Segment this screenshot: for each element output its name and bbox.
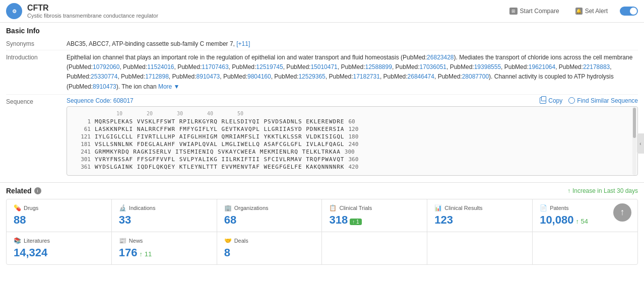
seq-end-num: 360 (348, 156, 358, 163)
stats-row-1: 💊 Drugs 88 🔬 Indications 33 🏢 Organizati… (7, 199, 637, 232)
deals-icon: 🤝 (224, 237, 232, 244)
sequence-box[interactable]: 10 20 30 40 50 1 MQRSPLEKAS VVSKLFFSWT R… (67, 106, 638, 176)
stats-empty-2 (427, 232, 533, 264)
pubmed-19398555[interactable]: 19398555 (474, 63, 501, 70)
seq-chars: MQRSPLEKAS VVSKLFFSWT RPILRKGYRQ RLELSDI… (95, 118, 344, 125)
pubmed-12519745[interactable]: 12519745 (256, 63, 283, 70)
seq-chars: LASKKNPKLI NALRRCFFWR FMFYGIFLYL GEVTKAV… (95, 126, 344, 132)
stat-literatures-label: 📚 Literatures (14, 237, 104, 244)
seq-line: 181 VSLLSNNLNK FDEGLALAHF VWIAPLQVAL LMG… (72, 141, 632, 148)
stat-drugs-label: 💊 Drugs (14, 204, 104, 211)
stat-deals[interactable]: 🤝 Deals 8 (217, 232, 323, 264)
logo-icon: ⚙ (6, 3, 22, 19)
pubmed-8910473[interactable]: 8910473 (197, 73, 220, 80)
seq-num: 301 (72, 156, 95, 163)
synonyms-content: ABC35, ABCC7, ATP-binding cassette sub-f… (67, 40, 638, 47)
stats-container: ↑ 💊 Drugs 88 🔬 Indications 33 🏢 (6, 199, 638, 265)
related-header: Related i ↑ Increase in Last 30 days (6, 187, 638, 195)
stat-deals-label: 🤝 Deals (224, 237, 315, 244)
scroll-up-button[interactable]: ↑ (613, 203, 631, 222)
pubmed-12529365[interactable]: 12529365 (298, 73, 325, 80)
pubmed-19621064[interactable]: 19621064 (529, 63, 555, 70)
clinical-trials-badge: ↑ 1 (350, 219, 361, 225)
stat-indications[interactable]: 🔬 Indications 33 (112, 199, 217, 232)
pubmed-28087700[interactable]: 28087700 (462, 73, 489, 80)
patents-icon: 📄 (540, 204, 547, 211)
stat-organizations-value: 68 (224, 213, 315, 227)
seq-end-num: 420 (348, 164, 358, 170)
scrollbar-thumb[interactable] (633, 108, 636, 138)
intro-more-link[interactable]: More ▼ (158, 83, 180, 90)
increase-text: Increase in Last 30 days (572, 187, 638, 194)
seq-chars: VSLLSNNLNK FDEGLALAHF VWIAPLQVAL LMGLIWE… (95, 141, 344, 148)
copy-button[interactable]: Copy (540, 97, 562, 104)
news-icon: 📰 (119, 237, 126, 244)
info-icon[interactable]: i (34, 187, 41, 194)
stats-empty-3 (533, 232, 637, 264)
pubmed-17182731[interactable]: 17182731 (353, 73, 379, 80)
stat-literatures[interactable]: 📚 Literatures 14,324 (7, 232, 112, 264)
find-similar-button[interactable]: Find Similar Sequence (568, 97, 638, 104)
start-compare-button[interactable]: ⊞ Start Compare (505, 6, 563, 17)
stat-organizations[interactable]: 🏢 Organizations 68 (217, 199, 323, 232)
sequence-label: Sequence (6, 97, 67, 176)
stat-clinical-trials-value: 318 ↑ 1 (329, 213, 420, 227)
header-actions: ⊞ Start Compare 🔔 Set Alert (505, 6, 638, 17)
pubmed-10792060[interactable]: 10792060 (93, 63, 119, 70)
seq-ruler: 10 20 30 40 50 (97, 111, 632, 116)
pubmed-22178883[interactable]: 22178883 (583, 63, 610, 70)
stat-organizations-label: 🏢 Organizations (224, 204, 315, 211)
pubmed-25330774[interactable]: 25330774 (91, 73, 117, 80)
synonyms-more-link[interactable]: [+11] (236, 40, 250, 47)
introduction-row: Introduction Epithelial ion channel that… (6, 50, 638, 95)
set-alert-button[interactable]: 🔔 Set Alert (571, 6, 612, 17)
seq-line: 241 GRMMKYRDQ RAGKISERLV ITSEMIENIQ SVKA… (72, 149, 632, 155)
stats-row-2: 📚 Literatures 14,324 📰 News 176 ↑ 11 🤝 (7, 232, 637, 264)
header: ⚙ CFTR Cystic fibrosis transmembrane con… (0, 0, 644, 23)
seq-num: 241 (72, 149, 95, 155)
synonyms-label: Synonyms (6, 40, 67, 47)
seq-num: 121 (72, 133, 95, 140)
sequence-row: Sequence Sequence Code: 608017 Copy Find… (6, 95, 638, 178)
drugs-icon: 💊 (14, 204, 21, 211)
seq-line: 361 WYDSLGAINK IQDFLQKQEY KTLEYNLTTT EVV… (72, 164, 632, 170)
seq-num: 61 (72, 126, 95, 132)
section-title-basic-info: Basic Info (6, 27, 638, 35)
pubmed-11524016[interactable]: 11524016 (147, 63, 174, 70)
pubmed-26823428[interactable]: 26823428 (427, 54, 454, 61)
pubmed-8910473b[interactable]: 8910473 (93, 83, 116, 90)
seq-code-link[interactable]: Sequence Code: 608017 (67, 97, 134, 104)
alert-icon: 🔔 (575, 8, 583, 15)
side-expand-handle[interactable]: ‹ (637, 133, 644, 154)
stat-news[interactable]: 📰 News 176 ↑ 11 (112, 232, 217, 264)
start-compare-label: Start Compare (520, 8, 559, 15)
toggle-switch[interactable] (620, 7, 638, 16)
seq-num: 361 (72, 164, 95, 170)
pubmed-15010471[interactable]: 15010471 (310, 63, 337, 70)
clinical-results-icon: 📊 (434, 204, 442, 211)
seq-num: 181 (72, 141, 95, 148)
literatures-icon: 📚 (14, 237, 21, 244)
pubmed-26846474[interactable]: 26846474 (408, 73, 434, 80)
stat-clinical-trials[interactable]: 📋 Clinical Trials 318 ↑ 1 (322, 199, 427, 232)
seq-line: 61 LASKKNPKLI NALRRCFFWR FMFYGIFLYL GEVT… (72, 126, 632, 132)
pubmed-1712898[interactable]: 1712898 (145, 73, 169, 80)
seq-chars: GRMMKYRDQ RAGKISERLV ITSEMIENIQ SVKAYCWE… (95, 149, 341, 155)
seq-end-num: 180 (348, 133, 358, 140)
seq-chars: IYLGIGLCLL FIVRTLLLHP AIFGLHHIGM QMRIAMF… (95, 133, 344, 140)
gene-desc: Cystic fibrosis transmembrane conductanc… (27, 13, 505, 19)
seq-line: 1 MQRSPLEKAS VVSKLFFSWT RPILRKGYRQ RLELS… (72, 118, 632, 125)
find-similar-label: Find Similar Sequence (577, 97, 638, 104)
header-title-block: CFTR Cystic fibrosis transmembrane condu… (27, 4, 505, 19)
pubmed-9804160[interactable]: 9804160 (247, 73, 271, 80)
stat-drugs[interactable]: 💊 Drugs 88 (7, 199, 112, 232)
stat-indications-label: 🔬 Indications (119, 204, 210, 211)
stat-clinical-results[interactable]: 📊 Clinical Results 123 (427, 199, 533, 232)
pubmed-12588899[interactable]: 12588899 (365, 63, 392, 70)
pubmed-11707463[interactable]: 11707463 (202, 63, 228, 70)
scrollbar-track[interactable] (632, 107, 636, 175)
pubmed-17036051[interactable]: 17036051 (420, 63, 446, 70)
seq-end-num: 120 (348, 126, 358, 132)
increase-arrow-icon: ↑ (567, 187, 570, 194)
patents-up: ↑ 54 (575, 218, 588, 225)
